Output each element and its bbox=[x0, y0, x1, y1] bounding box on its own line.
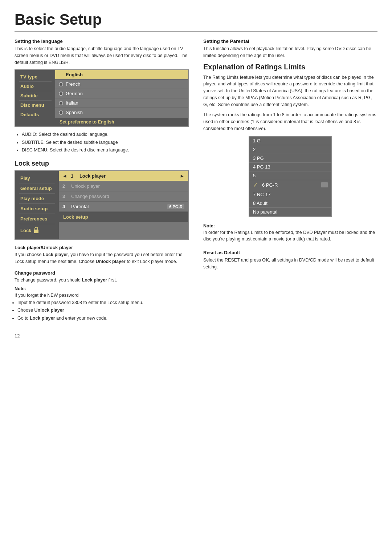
rating-3pg[interactable]: 3 PG bbox=[249, 154, 331, 163]
lang-left-subtitle[interactable]: Subtitle bbox=[19, 91, 52, 101]
lang-right-italian[interactable]: Italian bbox=[55, 98, 188, 108]
rating-2-label: 2 bbox=[253, 147, 256, 152]
lang-french-label: French bbox=[66, 81, 80, 87]
arrow-select-icon: ✓ bbox=[253, 182, 258, 189]
parental-heading: Setting the Parental bbox=[203, 39, 377, 44]
rating-7nc17[interactable]: 7 NC-17 bbox=[249, 190, 331, 199]
rating-7nc17-label: 7 NC-17 bbox=[253, 192, 270, 197]
rating-5[interactable]: 5 bbox=[249, 171, 331, 180]
radio-italian bbox=[59, 101, 63, 105]
page-title: Basic Setup bbox=[15, 11, 377, 32]
radio-english bbox=[59, 73, 63, 77]
parental-rating-badge: 6 PG-R bbox=[167, 204, 184, 209]
item-num-2: 2 bbox=[62, 183, 68, 189]
rating-no-parental-label: No parental bbox=[253, 209, 277, 215]
ratings-body2: The system ranks the ratings from 1 to 8… bbox=[203, 112, 377, 132]
lock-player-heading: Lock player/Unlock player bbox=[15, 245, 189, 250]
lock-left-general-setup[interactable]: General setup bbox=[19, 183, 55, 194]
item-num-3: 3 bbox=[62, 194, 68, 199]
rating-6pgr-label: 6 PG-R bbox=[262, 182, 278, 188]
lang-left-tv-type[interactable]: TV type bbox=[19, 72, 52, 82]
ratings-note-heading: Note: bbox=[203, 223, 377, 228]
parental-body: This function allows to set playback lim… bbox=[203, 45, 377, 59]
lock-left-audio-setup[interactable]: Audio setup bbox=[19, 204, 55, 214]
lock-left-preferences[interactable]: Preferences bbox=[19, 214, 55, 224]
lang-left-audio[interactable]: Audio bbox=[19, 82, 52, 91]
selection-bar bbox=[321, 182, 328, 187]
lock-setup-heading: Lock setup bbox=[15, 160, 189, 167]
radio-french bbox=[59, 82, 63, 86]
language-heading: Setting the language bbox=[15, 39, 189, 44]
ratings-body1: The Rating Limits feature lets you deter… bbox=[203, 74, 377, 108]
note-intro: If you forget the NEW password bbox=[15, 292, 189, 299]
radio-spanish bbox=[59, 110, 63, 115]
arrow-right-icon: ► bbox=[180, 173, 184, 179]
lock-right-parental[interactable]: 4 Parental 6 PG-R bbox=[59, 202, 188, 212]
language-menu-left: TV type Audio Subtitle Disc menu Default… bbox=[15, 70, 55, 126]
lang-right-spanish[interactable]: Spanish bbox=[55, 108, 188, 117]
lang-italian-label: Italian bbox=[66, 100, 78, 106]
radio-german bbox=[59, 92, 63, 96]
rating-no-parental[interactable]: No parental bbox=[249, 208, 331, 216]
bullet-disc-menu: DISC MENU: Select the desired disc menu … bbox=[22, 146, 189, 154]
note-bullets: Input the default password 3308 to enter… bbox=[17, 299, 189, 322]
lang-right-french[interactable]: French bbox=[55, 80, 188, 89]
language-menu: TV type Audio Subtitle Disc menu Default… bbox=[15, 69, 189, 127]
bullet-subtitle: SUBTITLE: Select the desired subtitle la… bbox=[22, 139, 189, 146]
rating-1g-label: 1 G bbox=[253, 138, 261, 143]
lock-menu-left: Play General setup Play mode Audio setup… bbox=[15, 171, 59, 239]
lock-right-change-password[interactable]: 3 Change password bbox=[59, 191, 188, 202]
lock-icon bbox=[33, 226, 40, 235]
lang-spanish-label: Spanish bbox=[66, 110, 83, 115]
rating-3pg-label: 3 PG bbox=[253, 155, 264, 161]
rating-8adult-label: 8 Adult bbox=[253, 200, 268, 206]
item-num-1: 1 bbox=[71, 173, 77, 179]
unlock-player-label: Unlock player bbox=[71, 183, 100, 189]
rating-1g[interactable]: 1 G bbox=[249, 137, 331, 145]
note-bullet-3: Go to Lock player and enter your new cod… bbox=[17, 315, 189, 322]
left-column: Setting the language This is to select t… bbox=[15, 39, 189, 322]
arrow-left-icon: ◄ bbox=[62, 173, 67, 179]
lang-german-label: German bbox=[66, 91, 83, 96]
rating-4pg13-label: 4 PG 13 bbox=[253, 164, 270, 170]
lock-label: Lock bbox=[20, 228, 31, 233]
lock-player-label: Lock player bbox=[79, 173, 106, 179]
lang-right-english[interactable]: English bbox=[55, 70, 188, 80]
rating-2[interactable]: 2 bbox=[249, 145, 331, 154]
lock-player-body: If you choose Lock player, you have to i… bbox=[15, 251, 189, 265]
lock-menu-right: ◄ 1 Lock player ► 2 Unlock player 3 Chan… bbox=[59, 171, 188, 239]
note-heading: Note: bbox=[15, 286, 189, 291]
rating-5-label: 5 bbox=[253, 173, 256, 178]
lock-menu: Play General setup Play mode Audio setup… bbox=[15, 170, 189, 240]
language-body: This is to select the audio language, su… bbox=[15, 45, 189, 66]
language-menu-right: English French German Italian Spanish bbox=[55, 70, 188, 126]
ratings-note-body: In order for the Ratings Limits to be en… bbox=[203, 229, 377, 243]
lock-right-lock-player[interactable]: ◄ 1 Lock player ► bbox=[59, 171, 188, 181]
reset-heading: Reset as Default bbox=[203, 250, 377, 255]
item-num-4: 4 bbox=[62, 204, 68, 209]
lang-english-label: English bbox=[66, 72, 83, 77]
bullet-audio: AUDIO: Select the desired audio language… bbox=[22, 131, 189, 138]
rating-8adult[interactable]: 8 Adult bbox=[249, 199, 331, 208]
change-password-label: Change password bbox=[71, 194, 109, 199]
lock-right-unlock-player[interactable]: 2 Unlock player bbox=[59, 181, 188, 191]
page-number: 12 bbox=[15, 333, 377, 339]
lang-left-defaults[interactable]: Defaults bbox=[19, 110, 52, 119]
reset-body: Select the RESET and press OK, all setti… bbox=[203, 257, 377, 271]
lang-right-german[interactable]: German bbox=[55, 89, 188, 98]
svg-rect-0 bbox=[34, 230, 38, 233]
lang-left-disc-menu[interactable]: Disc menu bbox=[19, 101, 52, 110]
ratings-limits-heading: Explanation of Ratings Limits bbox=[203, 63, 377, 71]
change-password-body: To change password, you should Lock play… bbox=[15, 277, 189, 284]
parental-label: Parental bbox=[71, 204, 89, 209]
note-bullet-1: Input the default password 3308 to enter… bbox=[17, 299, 189, 307]
ratings-menu: 1 G 2 3 PG 4 PG 13 5 ✓ 6 PG-R 7 NC-17 bbox=[249, 136, 332, 217]
lock-left-play-mode[interactable]: Play mode bbox=[19, 194, 55, 204]
lock-bottom-bar: Lock setup bbox=[59, 212, 188, 222]
lock-left-lock[interactable]: Lock bbox=[19, 224, 55, 237]
right-column: Setting the Parental This function allow… bbox=[203, 39, 377, 322]
rating-6pgr[interactable]: ✓ 6 PG-R bbox=[249, 180, 331, 190]
lock-left-play[interactable]: Play bbox=[19, 173, 55, 183]
language-bottom-bar: Set preference to English bbox=[55, 117, 188, 126]
rating-4pg13[interactable]: 4 PG 13 bbox=[249, 163, 331, 171]
